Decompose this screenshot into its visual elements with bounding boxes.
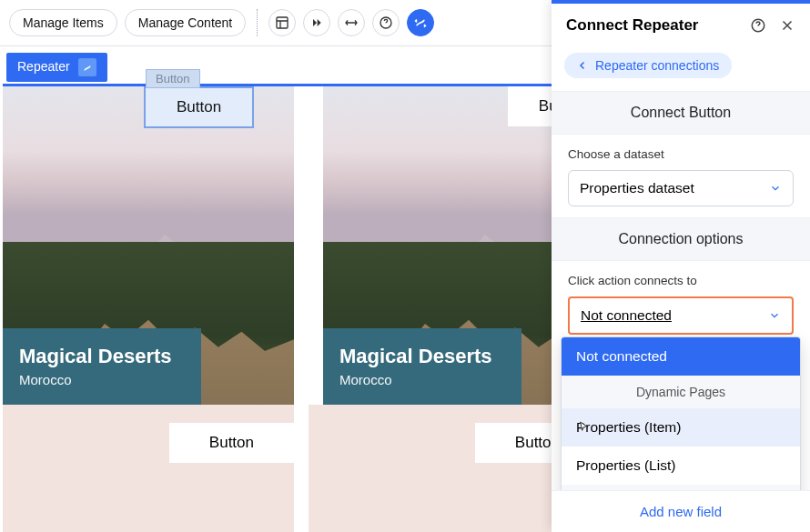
breadcrumb-back[interactable]: Repeater connections (564, 53, 732, 78)
cursor-icon (576, 420, 591, 435)
breadcrumb-label: Repeater connections (595, 58, 719, 73)
close-icon[interactable] (779, 17, 795, 34)
panel-header: Connect Repeater (552, 4, 810, 47)
repeater-tag[interactable]: Repeater (6, 53, 107, 82)
card-button[interactable]: Button (169, 423, 294, 463)
connect-button-heading: Connect Button (552, 91, 810, 135)
dataset-select-value: Properties dataset (580, 180, 694, 196)
animation-icon[interactable] (303, 9, 330, 36)
click-action-value: Not connected (581, 307, 672, 324)
connect-repeater-panel: Connect Repeater Repeater connections Co… (552, 0, 810, 532)
card-button-selected[interactable]: Button (144, 86, 254, 128)
chevron-down-icon (768, 309, 781, 322)
layout-icon[interactable] (268, 9, 296, 36)
dropdown-option-not-connected[interactable]: Not connected (562, 337, 800, 376)
card-title: Magical Deserts (339, 345, 505, 368)
dropdown-option-label: Not connected (576, 348, 667, 365)
stretch-icon[interactable] (338, 9, 365, 36)
card-location: Morocco (19, 372, 185, 387)
dropdown-option-properties-list[interactable]: Properties (List) (562, 447, 800, 485)
dropdown-option-label: Properties (List) (576, 457, 675, 474)
connect-data-icon[interactable] (407, 9, 434, 36)
repeater-tag-connect-icon[interactable] (78, 58, 96, 76)
connection-options-heading: Connection options (552, 217, 810, 261)
click-action-label: Click action connects to (568, 274, 794, 287)
button-element-outline-label: Button (146, 69, 200, 88)
panel-help-icon[interactable] (750, 17, 766, 34)
choose-dataset-field: Choose a dataset Properties dataset (552, 135, 810, 212)
manage-content-button[interactable]: Manage Content (125, 9, 247, 36)
panel-title: Connect Repeater (566, 16, 698, 35)
click-action-field: Click action connects to Not connected (552, 261, 810, 340)
dropdown-option-properties-item[interactable]: Properties (Item) (562, 408, 800, 447)
help-icon[interactable] (372, 9, 400, 36)
repeater-item[interactable]: Button (3, 405, 294, 532)
chevron-left-icon (577, 60, 588, 71)
manage-items-button[interactable]: Manage Items (9, 9, 117, 36)
dropdown-option-label: Properties (Item) (576, 419, 681, 436)
card-location: Morocco (339, 372, 505, 387)
svg-rect-0 (277, 17, 288, 28)
chevron-down-icon (769, 182, 782, 195)
choose-dataset-label: Choose a dataset (568, 147, 794, 161)
repeater-tag-label: Repeater (17, 59, 70, 74)
card-title: Magical Deserts (19, 345, 185, 368)
dataset-select[interactable]: Properties dataset (568, 170, 794, 206)
add-new-field-link[interactable]: Add new field (552, 490, 810, 532)
dropdown-group-dynamic-pages: Dynamic Pages (562, 376, 800, 408)
repeater-row-2: Button Button (3, 405, 600, 532)
toolbar-divider (257, 9, 258, 36)
click-action-select[interactable]: Not connected (568, 296, 794, 335)
